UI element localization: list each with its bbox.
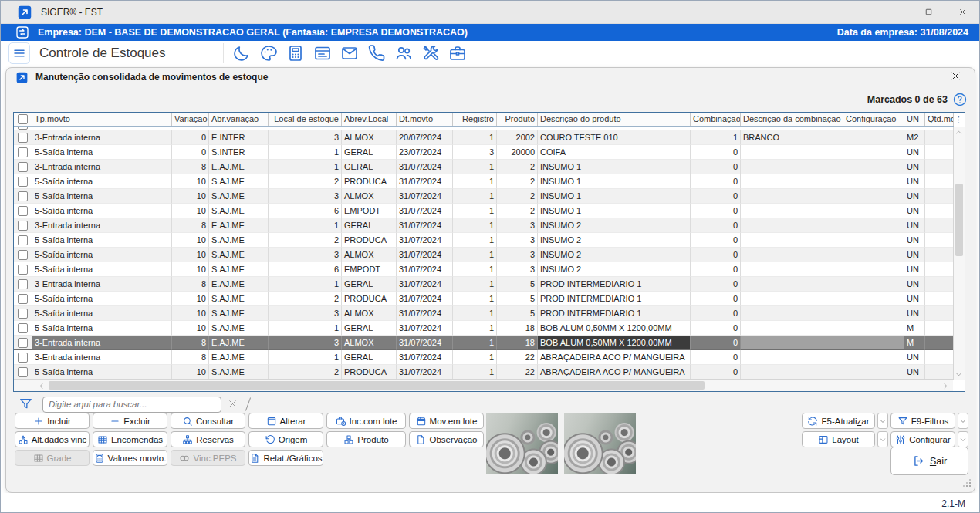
cell-configuracao[interactable] <box>843 218 904 233</box>
cell-descricao-da-combinacao[interactable] <box>741 321 843 336</box>
cell-combinacao[interactable]: 0 <box>691 233 741 248</box>
cell-configuracao[interactable] <box>843 350 904 365</box>
cell-descricao-do-produto[interactable]: INSUMO 2 <box>538 248 691 262</box>
cell-tp-movto[interactable]: 3-Entrada interna <box>32 160 172 174</box>
cell-produto[interactable]: 22 <box>497 365 538 380</box>
row-checkbox[interactable] <box>18 279 28 289</box>
cell-descricao-da-combinacao[interactable] <box>741 306 843 321</box>
cell-abr-variacao[interactable]: E.AJ.ME <box>209 160 269 174</box>
cell-abrev-local[interactable]: PRODUCA <box>342 292 397 306</box>
checkbox-cell[interactable] <box>14 160 32 174</box>
column-header-produto[interactable]: Produto <box>497 113 538 126</box>
cell-produto[interactable]: 2 <box>497 189 538 204</box>
tools-icon[interactable] <box>421 43 441 63</box>
table-row[interactable]: 5-Saída interna10S.AJ.ME1GERAL31/07/2024… <box>14 321 954 336</box>
cell-qtd-mov[interactable] <box>925 130 954 145</box>
mov-em-lote-button[interactable]: Mov.em lote <box>409 413 484 429</box>
cell-qtd-mov[interactable] <box>925 218 954 233</box>
cell-descricao-do-produto[interactable]: COIFA <box>538 145 691 160</box>
cell-variacao[interactable]: 10 <box>172 174 209 189</box>
cell-local-de-estoque[interactable]: 1 <box>269 218 342 233</box>
cell-registro[interactable]: 1 <box>453 262 497 277</box>
cell-descricao-da-combinacao[interactable] <box>741 336 843 350</box>
cell-abr-variacao[interactable]: S.AJ.ME <box>209 292 269 306</box>
cell-configuracao[interactable] <box>843 145 904 160</box>
cell-produto[interactable]: 2 <box>497 204 538 218</box>
cell-combinacao[interactable]: 0 <box>691 204 741 218</box>
cell-local-de-estoque[interactable]: 2 <box>269 365 342 380</box>
column-header-variacao[interactable]: Variação <box>172 113 209 126</box>
cell-tp-movto[interactable]: 3-Entrada interna <box>32 130 172 145</box>
cell-variacao[interactable]: 0 <box>172 145 209 160</box>
cell-produto[interactable]: 5 <box>497 292 538 306</box>
sair-button[interactable]: Sair <box>890 447 968 475</box>
cell-produto[interactable]: 3 <box>497 248 538 262</box>
cell-descricao-do-produto[interactable]: INSUMO 2 <box>538 218 691 233</box>
checkbox-cell[interactable] <box>14 204 32 218</box>
moon-icon[interactable] <box>231 43 252 63</box>
cell-dt-movto[interactable]: 31/07/2024 <box>397 306 453 321</box>
cell-descricao-da-combinacao[interactable] <box>741 189 843 204</box>
table-row[interactable]: 3-Entrada interna8E.AJ.ME1GERAL31/07/202… <box>14 350 954 365</box>
cell-descricao-do-produto[interactable]: INSUMO 1 <box>538 204 691 218</box>
cell-registro[interactable]: 1 <box>453 189 497 204</box>
cell-registro[interactable]: 1 <box>453 277 497 292</box>
cell-abrev-local[interactable]: GERAL <box>342 350 397 365</box>
cell-un[interactable]: UN <box>904 189 925 204</box>
filter-funnel-icon[interactable] <box>19 397 34 412</box>
row-checkbox[interactable] <box>18 206 28 216</box>
cell-variacao[interactable]: 8 <box>172 350 209 365</box>
cell-un[interactable]: M2 <box>904 130 925 145</box>
cell-abr-variacao[interactable]: E.INTER <box>209 130 269 145</box>
cell-descricao-da-combinacao[interactable] <box>741 204 843 218</box>
cell-descricao-da-combinacao[interactable] <box>741 262 843 277</box>
cell-descricao-da-combinacao[interactable] <box>741 218 843 233</box>
checkbox-cell[interactable] <box>14 292 32 306</box>
cell-descricao-da-combinacao[interactable] <box>741 160 843 174</box>
cell-un[interactable]: UN <box>904 262 925 277</box>
cell-un[interactable]: UN <box>904 277 925 292</box>
cell-local-de-estoque[interactable]: 1 <box>269 160 342 174</box>
cell-abrev-local[interactable]: GERAL <box>342 321 397 336</box>
checkbox-cell[interactable] <box>14 174 32 189</box>
checkbox-cell[interactable] <box>14 365 32 380</box>
cell-combinacao[interactable]: 0 <box>691 262 741 277</box>
cell-dt-movto[interactable]: 31/07/2024 <box>397 350 453 365</box>
cell-configuracao[interactable] <box>843 292 904 306</box>
cell-abrev-local[interactable]: ALMOX <box>342 248 397 262</box>
table-row[interactable]: 5-Saída interna10S.AJ.ME6EMPODT31/07/202… <box>14 262 954 277</box>
cell-abrev-local[interactable]: EMPODT <box>342 262 397 277</box>
cell-abr-variacao[interactable]: S.AJ.ME <box>209 262 269 277</box>
users-icon[interactable] <box>394 43 414 63</box>
cell-abrev-local[interactable]: ALMOX <box>342 189 397 204</box>
cell-dt-movto[interactable]: 31/07/2024 <box>397 174 453 189</box>
cell-descricao-do-produto[interactable]: ABRAÇADEIRA ACO P/ MANGUEIRA <box>538 350 691 365</box>
cell-local-de-estoque[interactable]: 2 <box>269 174 342 189</box>
row-checkbox[interactable] <box>18 367 28 377</box>
cell-abrev-local[interactable]: PRODUCA <box>342 174 397 189</box>
vertical-scrollbar[interactable] <box>953 127 965 380</box>
cell-variacao[interactable]: 8 <box>172 218 209 233</box>
cell-variacao[interactable]: 0 <box>172 130 209 145</box>
select-all-cell[interactable] <box>14 113 32 126</box>
cell-abrev-local[interactable]: GERAL <box>342 145 397 160</box>
row-checkbox[interactable] <box>18 235 28 245</box>
table-row[interactable]: 5-Saída interna10S.AJ.ME2PRODUCA31/07/20… <box>14 233 954 248</box>
column-header-descricao-do-produto[interactable]: Descrição do produto <box>538 113 691 126</box>
cell-produto[interactable]: 18 <box>497 321 538 336</box>
cell-un[interactable]: UN <box>904 204 925 218</box>
cell-abr-variacao[interactable]: E.AJ.ME <box>209 218 269 233</box>
cell-configuracao[interactable] <box>843 248 904 262</box>
table-row[interactable]: 5-Saída interna10S.AJ.ME3ALMOX31/07/2024… <box>14 306 954 321</box>
vinc-peps-button[interactable]: Vinc.PEPS <box>171 450 245 466</box>
dialog-close-icon[interactable] <box>950 70 964 84</box>
cell-tp-movto[interactable]: 5-Saída interna <box>32 321 172 336</box>
cell-produto[interactable]: 5 <box>497 277 538 292</box>
column-header-tp-movto[interactable]: Tp.movto <box>32 113 172 126</box>
cell-registro[interactable]: 1 <box>453 160 497 174</box>
cell-local-de-estoque[interactable]: 2 <box>269 292 342 306</box>
cell-qtd-mov[interactable] <box>925 365 954 380</box>
cell-abr-variacao[interactable]: S.AJ.ME <box>209 321 269 336</box>
cell-dt-movto[interactable]: 31/07/2024 <box>397 248 453 262</box>
cell-variacao[interactable]: 8 <box>172 277 209 292</box>
